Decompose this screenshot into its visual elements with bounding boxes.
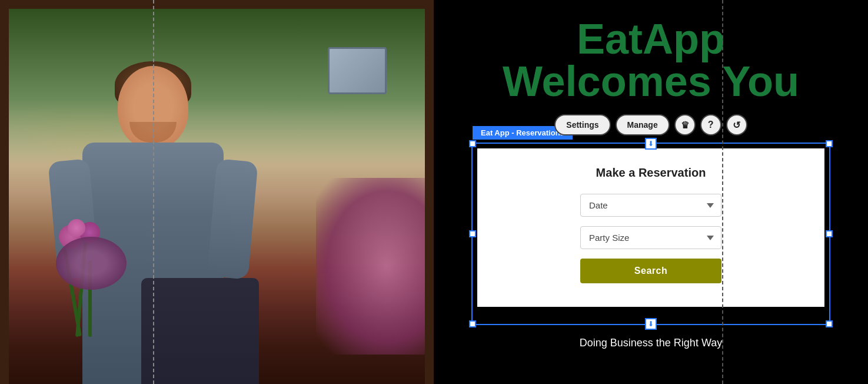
person-apron bbox=[141, 278, 259, 384]
date-select[interactable]: Date Today Tomorrow This Weekend bbox=[580, 194, 721, 217]
manage-button[interactable]: Manage bbox=[616, 114, 670, 135]
handle-bot-mid[interactable]: ⬇ bbox=[645, 318, 657, 330]
person-button[interactable]: ↺ bbox=[726, 114, 747, 135]
handle-tr[interactable] bbox=[826, 140, 833, 147]
handle-ml[interactable] bbox=[469, 230, 476, 237]
frame-top bbox=[0, 0, 434, 9]
party-size-select[interactable]: Party Size 1 2 3 4 5 6+ bbox=[580, 226, 721, 249]
form-title: Make a Reservation bbox=[596, 166, 706, 180]
app-title-line2: Welcomes You bbox=[503, 60, 799, 102]
dashed-line-right bbox=[722, 0, 723, 384]
bg-flower-cluster bbox=[316, 178, 434, 355]
toolbar: Settings Manage ♛ ? ↺ bbox=[554, 114, 747, 135]
photo-panel bbox=[0, 0, 434, 384]
handle-mr[interactable] bbox=[826, 230, 833, 237]
handle-bl[interactable] bbox=[469, 320, 476, 327]
handle-tl[interactable] bbox=[469, 140, 476, 147]
help-button[interactable]: ? bbox=[700, 114, 721, 135]
widget-inner: Make a Reservation Date Today Tomorrow T… bbox=[477, 148, 824, 307]
right-panel: EatApp Welcomes You Settings Manage ♛ ? … bbox=[434, 0, 868, 384]
dashed-line-left bbox=[153, 0, 154, 384]
tagline: Doing Business the Right Way bbox=[580, 337, 722, 349]
reservation-widget: Eat App - Reservations ⬇ ⬇ Make a Reserv… bbox=[471, 143, 830, 325]
flowers-held bbox=[47, 219, 135, 337]
sign-board bbox=[328, 47, 387, 94]
flower-cluster bbox=[56, 237, 127, 290]
crown-button[interactable]: ♛ bbox=[674, 114, 696, 135]
flower-3 bbox=[68, 219, 85, 237]
frame-right bbox=[425, 0, 434, 384]
settings-button[interactable]: Settings bbox=[554, 114, 610, 135]
handle-br[interactable] bbox=[826, 320, 833, 327]
app-title-line1: EatApp bbox=[577, 18, 725, 60]
handle-top-mid[interactable]: ⬇ bbox=[645, 138, 657, 150]
background-flowers bbox=[316, 178, 434, 355]
photo-background bbox=[0, 0, 434, 384]
search-button[interactable]: Search bbox=[580, 259, 721, 283]
frame-left bbox=[0, 0, 9, 384]
